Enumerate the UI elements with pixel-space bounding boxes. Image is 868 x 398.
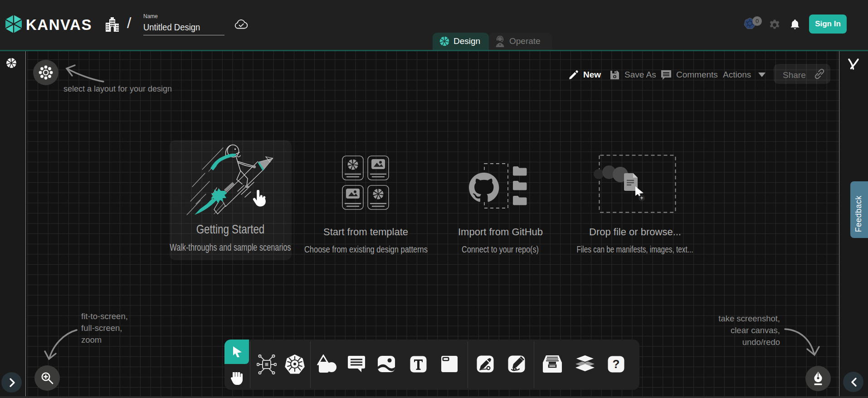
svg-text:?: ? bbox=[613, 357, 620, 371]
